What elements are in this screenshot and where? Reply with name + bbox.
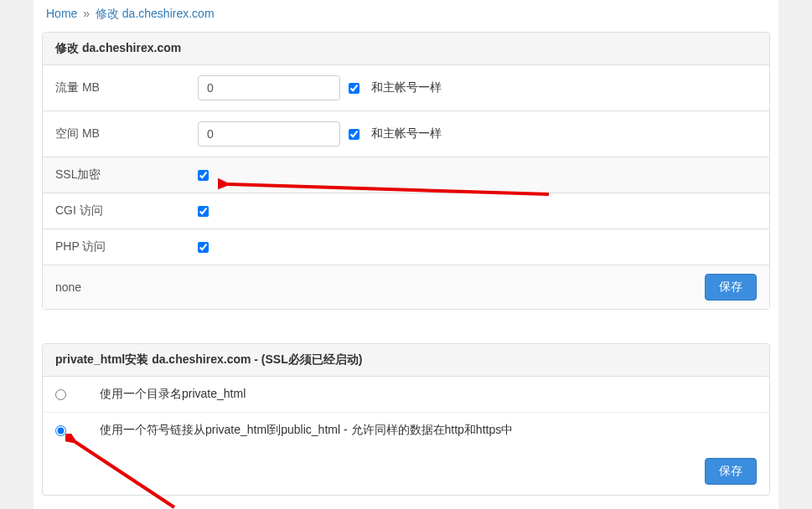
save-button[interactable]: 保存 [705, 274, 757, 301]
panel-modify-domain: 修改 da.cheshirex.com 流量 MB 和主帐号一样 空间 MB 和… [42, 32, 770, 310]
row-ssl: SSL加密 [43, 157, 769, 193]
breadcrumb: Home » 修改 da.cheshirex.com [42, 0, 770, 32]
row-option-symlink: 使用一个符号链接从private_html到public_html - 允许同样… [43, 413, 769, 448]
row-option-dir: 使用一个目录名private_html [43, 377, 769, 413]
input-traffic[interactable] [198, 75, 340, 100]
label-private-dir: 使用一个目录名private_html [100, 387, 246, 402]
breadcrumb-home[interactable]: Home [46, 7, 77, 20]
row-php: PHP 访问 [43, 229, 769, 265]
checkbox-php[interactable] [198, 242, 209, 253]
row-space: 空间 MB 和主帐号一样 [43, 111, 769, 157]
breadcrumb-current[interactable]: 修改 da.cheshirex.com [96, 7, 215, 20]
save-button-2[interactable]: 保存 [705, 458, 757, 485]
input-space[interactable] [198, 121, 340, 147]
checkbox-space-same[interactable] [349, 129, 359, 140]
label-cgi: CGI 访问 [55, 203, 198, 219]
panel2-heading: private_html安装 da.cheshirex.com - (SSL必须… [43, 344, 769, 377]
checkbox-traffic-same[interactable] [349, 83, 359, 94]
checkbox-ssl[interactable] [198, 170, 209, 181]
panel2-footer: 保存 [43, 448, 769, 495]
panel-heading: 修改 da.cheshirex.com [43, 33, 769, 65]
label-traffic: 流量 MB [55, 80, 198, 95]
label-space: 空间 MB [55, 126, 198, 141]
none-text: none [55, 280, 81, 294]
label-space-same: 和主帐号一样 [371, 126, 442, 141]
checkbox-cgi[interactable] [198, 206, 209, 217]
row-cgi: CGI 访问 [43, 193, 769, 229]
panel-footer: none 保存 [43, 265, 769, 309]
radio-private-dir[interactable] [55, 389, 66, 400]
label-traffic-same: 和主帐号一样 [371, 80, 442, 95]
radio-symlink[interactable] [55, 425, 66, 436]
label-php: PHP 访问 [55, 239, 198, 254]
label-ssl: SSL加密 [55, 167, 198, 183]
label-symlink: 使用一个符号链接从private_html到public_html - 允许同样… [100, 423, 513, 438]
breadcrumb-sep: » [83, 7, 90, 20]
panel-private-html: private_html安装 da.cheshirex.com - (SSL必须… [42, 343, 770, 496]
row-traffic: 流量 MB 和主帐号一样 [43, 65, 769, 111]
